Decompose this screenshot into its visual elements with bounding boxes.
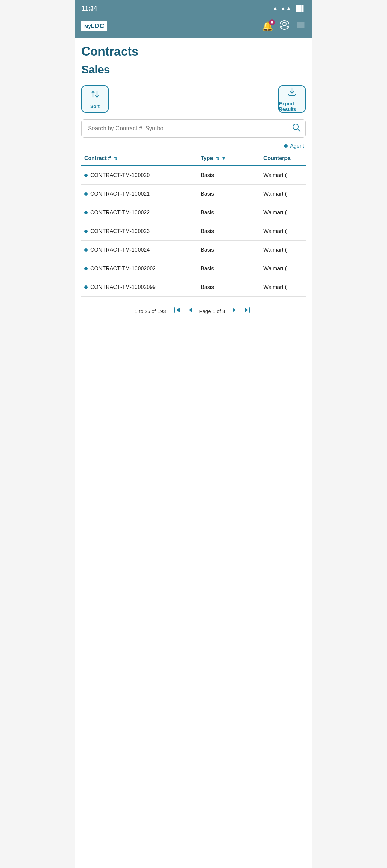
row-dot bbox=[84, 230, 88, 233]
pagination-page: Page 1 of 8 bbox=[199, 308, 225, 314]
menu-button[interactable] bbox=[296, 20, 306, 32]
row-dot bbox=[84, 248, 88, 252]
cell-contract: CONTRACT-TM-100020 bbox=[81, 166, 198, 185]
cell-contract: CONTRACT-TM-10002099 bbox=[81, 278, 198, 297]
contract-sort-icon: ⇅ bbox=[114, 156, 117, 161]
nav-actions: 🔔 0 bbox=[262, 20, 306, 32]
signal-icon: ▲▲ bbox=[280, 5, 291, 12]
cell-counterparty: Walmart ( bbox=[261, 185, 306, 203]
table-row[interactable]: CONTRACT-TM-10002002 Basis Walmart ( bbox=[81, 259, 306, 278]
status-icons: ▲ ▲▲ ▐█▌ bbox=[272, 5, 306, 12]
table-row[interactable]: CONTRACT-TM-100024 Basis Walmart ( bbox=[81, 241, 306, 259]
search-input[interactable] bbox=[81, 119, 306, 138]
table-row[interactable]: CONTRACT-TM-100020 Basis Walmart ( bbox=[81, 166, 306, 185]
svg-point-1 bbox=[283, 22, 286, 26]
action-row: Sort Export Results bbox=[81, 85, 306, 113]
cell-contract: CONTRACT-TM-100024 bbox=[81, 241, 198, 259]
top-nav: My LDC 🔔 0 bbox=[75, 17, 312, 38]
search-container bbox=[81, 119, 306, 138]
agent-label: Agent bbox=[81, 143, 306, 149]
row-dot bbox=[84, 192, 88, 196]
agent-dot bbox=[284, 144, 288, 148]
wifi-icon: ▲ bbox=[272, 5, 278, 12]
first-page-button[interactable] bbox=[172, 305, 182, 317]
cell-type: Basis bbox=[198, 259, 261, 278]
notification-badge: 0 bbox=[269, 19, 275, 25]
cell-type: Basis bbox=[198, 203, 261, 222]
pagination-count: 1 to 25 of 193 bbox=[135, 308, 166, 314]
row-dot bbox=[84, 267, 88, 270]
cell-counterparty: Walmart ( bbox=[261, 222, 306, 241]
cell-contract: CONTRACT-TM-100023 bbox=[81, 222, 198, 241]
type-sort-icon: ⇅ bbox=[216, 156, 219, 161]
cell-counterparty: Walmart ( bbox=[261, 259, 306, 278]
export-icon bbox=[287, 86, 297, 99]
table-header-row: Contract # ⇅ Type ⇅ ▼ Counterpa bbox=[81, 151, 306, 166]
th-counterparty: Counterpa bbox=[261, 151, 306, 166]
sort-label: Sort bbox=[90, 104, 100, 109]
cell-type: Basis bbox=[198, 278, 261, 297]
cell-type: Basis bbox=[198, 166, 261, 185]
table-row[interactable]: CONTRACT-TM-100021 Basis Walmart ( bbox=[81, 185, 306, 203]
table-row[interactable]: CONTRACT-TM-100022 Basis Walmart ( bbox=[81, 203, 306, 222]
cell-type: Basis bbox=[198, 241, 261, 259]
th-type: Type ⇅ ▼ bbox=[198, 151, 261, 166]
contracts-table: Contract # ⇅ Type ⇅ ▼ Counterpa CONTRACT… bbox=[81, 151, 306, 297]
th-contract: Contract # ⇅ bbox=[81, 151, 198, 166]
sort-icon bbox=[90, 89, 100, 102]
last-page-button[interactable] bbox=[242, 305, 252, 317]
row-dot bbox=[84, 285, 88, 289]
logo-my: My bbox=[84, 24, 91, 29]
main-content: Contracts Sales Sort Export Results bbox=[75, 38, 312, 868]
pagination: 1 to 25 of 193 Page 1 of 8 bbox=[81, 297, 306, 325]
table-body: CONTRACT-TM-100020 Basis Walmart ( CONTR… bbox=[81, 166, 306, 297]
cell-counterparty: Walmart ( bbox=[261, 278, 306, 297]
cell-contract: CONTRACT-TM-10002002 bbox=[81, 259, 198, 278]
search-button[interactable] bbox=[292, 123, 301, 134]
sort-button[interactable]: Sort bbox=[81, 85, 109, 113]
cell-counterparty: Walmart ( bbox=[261, 241, 306, 259]
section-title: Sales bbox=[81, 63, 306, 76]
row-dot bbox=[84, 174, 88, 177]
cell-type: Basis bbox=[198, 222, 261, 241]
table-row[interactable]: CONTRACT-TM-10002099 Basis Walmart ( bbox=[81, 278, 306, 297]
table-header: Contract # ⇅ Type ⇅ ▼ Counterpa bbox=[81, 151, 306, 166]
cell-type: Basis bbox=[198, 185, 261, 203]
type-filter-icon[interactable]: ▼ bbox=[221, 156, 226, 161]
cell-counterparty: Walmart ( bbox=[261, 166, 306, 185]
logo: My LDC bbox=[81, 21, 107, 31]
row-dot bbox=[84, 211, 88, 214]
export-label: Export Results bbox=[279, 101, 305, 112]
notification-button[interactable]: 🔔 0 bbox=[262, 21, 273, 32]
table-row[interactable]: CONTRACT-TM-100023 Basis Walmart ( bbox=[81, 222, 306, 241]
battery-icon: ▐█▌ bbox=[294, 5, 306, 12]
logo-ldc: LDC bbox=[91, 23, 104, 30]
next-page-button[interactable] bbox=[228, 305, 239, 317]
status-time: 11:34 bbox=[81, 5, 97, 12]
export-button[interactable]: Export Results bbox=[278, 85, 306, 113]
cell-contract: CONTRACT-TM-100022 bbox=[81, 203, 198, 222]
status-bar: 11:34 ▲ ▲▲ ▐█▌ bbox=[75, 0, 312, 17]
page-title: Contracts bbox=[81, 44, 306, 59]
cell-contract: CONTRACT-TM-100021 bbox=[81, 185, 198, 203]
prev-page-button[interactable] bbox=[186, 305, 196, 317]
svg-line-6 bbox=[298, 129, 300, 131]
profile-button[interactable] bbox=[280, 20, 289, 32]
cell-counterparty: Walmart ( bbox=[261, 203, 306, 222]
